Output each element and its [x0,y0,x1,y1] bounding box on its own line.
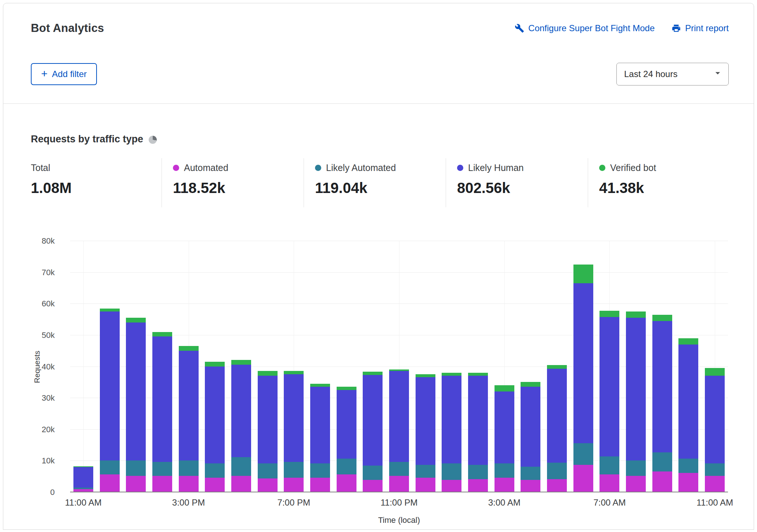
stat-likely-human-value: 802.56k [457,180,588,196]
time-range-select[interactable]: Last 24 hours [616,63,729,85]
bar-segment [258,463,278,478]
stacked-bar[interactable] [416,241,435,492]
bar-segment [678,345,698,459]
bar-segment [179,351,199,460]
bar-segment [495,463,514,477]
stat-verified-bot-value: 41.38k [599,180,730,196]
y-tick-label: 30k [42,393,55,403]
bar-segment [337,387,356,390]
stat-total-value: 1.08M [31,180,162,196]
stacked-bar[interactable] [521,241,540,492]
bar-segment [310,384,330,387]
bar-segment [126,476,146,492]
bar-segment [231,365,251,457]
stat-verified-bot-label: Verified bot [610,163,656,173]
add-filter-button[interactable]: + Add filter [31,63,97,85]
stacked-bar[interactable] [573,241,593,492]
bar-segment [468,479,488,492]
bar-segment [521,382,540,387]
bar-segment [678,338,698,345]
stacked-bar[interactable] [337,241,356,492]
plus-icon: + [41,68,48,79]
bar-segment [652,452,672,471]
stacked-bar[interactable] [73,241,93,492]
y-axis-labels: 010k20k30k40k50k60k70k80k [3,241,55,492]
stacked-bar[interactable] [179,241,199,492]
bar-segment [179,460,199,476]
card-body: Requests by traffic type Total 1.08M Aut… [3,104,754,530]
stat-likely-human[interactable]: Likely Human 802.56k [446,158,588,207]
add-filter-label: Add filter [52,69,87,79]
pie-chart-icon[interactable] [149,136,157,144]
stacked-bar[interactable] [600,241,619,492]
stacked-bar[interactable] [363,241,383,492]
likely-automated-dot-icon [315,165,321,171]
bar-segment [205,463,225,477]
stacked-bar[interactable] [205,241,225,492]
bar-segment [205,362,225,367]
stacked-bar[interactable] [310,241,330,492]
stacked-bar[interactable] [678,241,698,492]
x-tick-label: 11:00 PM [381,498,418,508]
x-tick-label: 7:00 PM [278,498,310,508]
bar-segment [678,459,698,473]
bar-segment [600,474,619,492]
configure-sbfm-link[interactable]: Configure Super Bot Fight Mode [515,23,655,33]
bar-segment [310,387,330,463]
bar-segment [495,385,514,391]
y-tick-label: 70k [42,268,55,277]
time-range-value: Last 24 hours [624,69,677,79]
stacked-bar[interactable] [100,241,120,492]
verified-bot-dot-icon [599,165,605,171]
bar-segment [389,462,409,476]
x-axis-line [70,492,728,492]
bar-segment [179,346,199,351]
bot-analytics-card: Bot Analytics Configure Super Bot Fight … [3,3,754,530]
requests-chart: Requests 010k20k30k40k50k60k70k80k 11:00… [3,207,754,530]
y-tick-label: 40k [42,362,55,372]
bar-segment [652,315,672,321]
automated-dot-icon [173,165,179,171]
bar-segment [389,476,409,492]
bar-segment [573,465,593,492]
bar-segment [152,462,172,476]
bar-segment [600,311,619,317]
print-report-label: Print report [685,23,729,33]
stat-verified-bot[interactable]: Verified bot 41.38k [588,158,730,207]
stacked-bar[interactable] [126,241,146,492]
stacked-bar[interactable] [495,241,514,492]
stacked-bar[interactable] [652,241,672,492]
bar-segment [310,463,330,477]
bar-segment [495,391,514,463]
stacked-bar[interactable] [389,241,409,492]
y-tick-label: 10k [42,456,55,466]
stat-total-label: Total [31,163,50,173]
page-title: Bot Analytics [31,22,104,35]
card-header: Bot Analytics Configure Super Bot Fight … [3,3,754,104]
stat-automated[interactable]: Automated 118.52k [162,158,304,207]
stacked-bar[interactable] [152,241,172,492]
stacked-bar[interactable] [468,241,488,492]
stacked-bar[interactable] [284,241,304,492]
wrench-icon [515,23,524,33]
stacked-bar[interactable] [442,241,461,492]
bar-segment [705,376,725,463]
bar-segment [600,456,619,475]
bar-segment [652,321,672,453]
likely-human-dot-icon [457,165,463,171]
bar-segment [389,371,409,462]
stacked-bar[interactable] [231,241,251,492]
bar-segment [337,459,356,474]
printer-icon [671,23,681,33]
bar-segment [126,460,146,476]
stat-automated-value: 118.52k [173,180,304,196]
x-tick-label: 3:00 AM [488,498,521,508]
bar-segment [126,323,146,460]
stacked-bar[interactable] [626,241,646,492]
bar-segment [468,373,488,376]
stacked-bar[interactable] [258,241,278,492]
stat-likely-automated[interactable]: Likely Automated 119.04k [304,158,446,207]
stacked-bar[interactable] [705,241,725,492]
print-report-link[interactable]: Print report [671,23,729,33]
stacked-bar[interactable] [547,241,567,492]
